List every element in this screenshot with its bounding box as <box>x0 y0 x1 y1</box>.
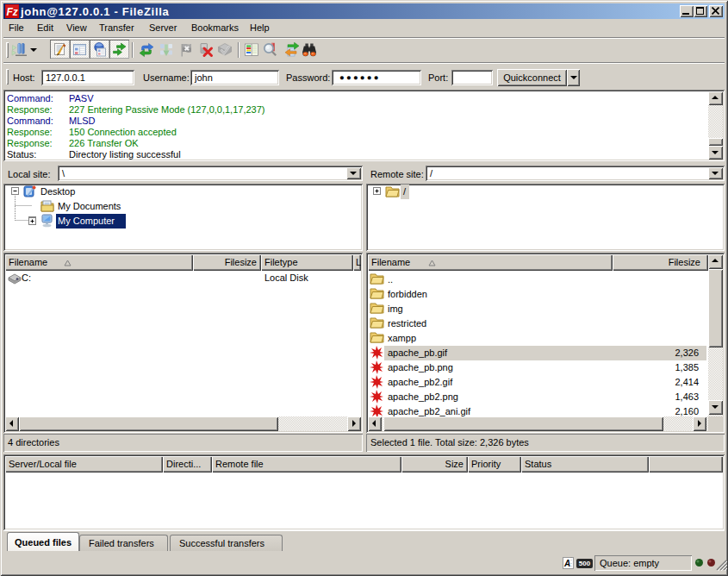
svg-text:Fz: Fz <box>7 6 18 18</box>
